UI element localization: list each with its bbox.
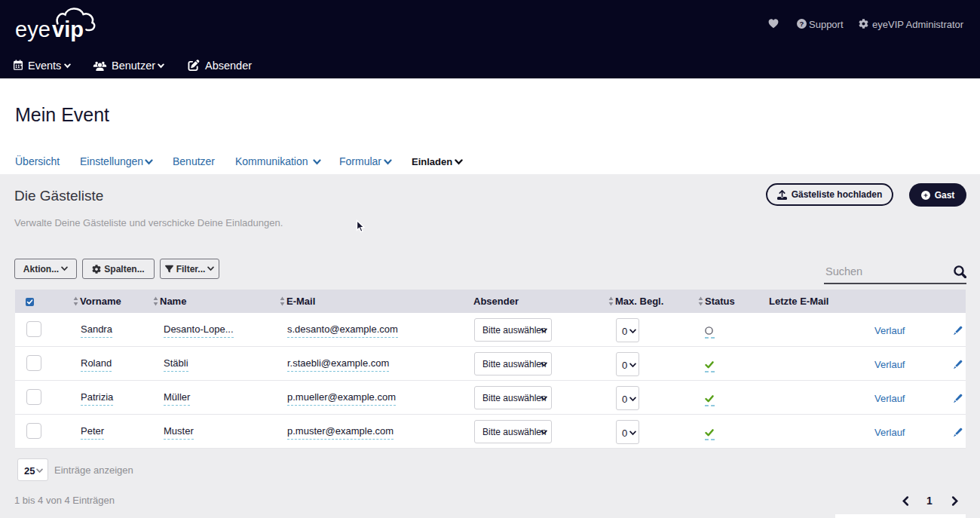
- svg-text:vip: vip: [52, 17, 84, 41]
- svg-text:eye: eye: [15, 17, 51, 41]
- svg-text:?: ?: [800, 20, 804, 28]
